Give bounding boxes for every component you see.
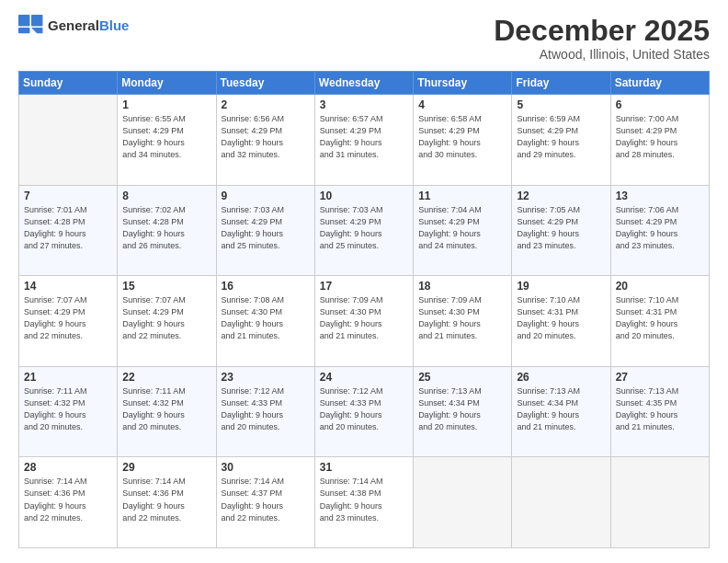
- day-detail-line: and 25 minutes.: [320, 240, 408, 252]
- day-detail-line: and 21 minutes.: [418, 330, 506, 342]
- day-number: 19: [517, 280, 605, 293]
- day-number: 3: [320, 98, 408, 111]
- day-of-week-header: Wednesday: [314, 72, 413, 95]
- day-detail-line: and 20 minutes.: [616, 330, 704, 342]
- day-of-week-header: Thursday: [414, 72, 512, 95]
- day-detail-line: Daylight: 9 hours: [222, 500, 310, 512]
- day-info: Sunrise: 6:55 AMSunset: 4:29 PMDaylight:…: [122, 113, 210, 161]
- day-number: 13: [616, 190, 704, 202]
- day-detail-line: Daylight: 9 hours: [222, 228, 310, 240]
- day-detail-line: Daylight: 9 hours: [418, 318, 506, 330]
- day-info: Sunrise: 7:03 AMSunset: 4:29 PMDaylight:…: [222, 204, 310, 252]
- day-detail-line: Daylight: 9 hours: [616, 228, 704, 240]
- day-detail-line: Daylight: 9 hours: [222, 409, 310, 421]
- day-detail-line: Daylight: 9 hours: [320, 318, 408, 330]
- day-detail-line: Sunset: 4:28 PM: [122, 216, 210, 228]
- day-detail-line: and 25 minutes.: [222, 240, 310, 252]
- day-number: 28: [24, 461, 112, 474]
- day-detail-line: Sunset: 4:29 PM: [418, 125, 506, 137]
- day-detail-line: Daylight: 9 hours: [24, 228, 112, 240]
- page: GeneralBlue December 2025 Atwood, Illino…: [0, 0, 728, 563]
- day-detail-line: and 21 minutes.: [222, 330, 310, 342]
- day-detail-line: Sunrise: 7:13 AM: [418, 385, 506, 397]
- logo-text: GeneralBlue: [48, 17, 129, 33]
- svg-rect-2: [18, 28, 29, 33]
- day-number: 17: [320, 280, 408, 293]
- day-of-week-header: Monday: [118, 72, 216, 95]
- day-detail-line: Sunset: 4:33 PM: [320, 397, 408, 409]
- day-info: Sunrise: 7:07 AMSunset: 4:29 PMDaylight:…: [122, 294, 210, 342]
- day-info: Sunrise: 7:10 AMSunset: 4:31 PMDaylight:…: [517, 294, 605, 342]
- day-info: Sunrise: 6:59 AMSunset: 4:29 PMDaylight:…: [517, 113, 605, 161]
- day-detail-line: Sunset: 4:31 PM: [616, 306, 704, 318]
- calendar-day-cell: 15Sunrise: 7:07 AMSunset: 4:29 PMDayligh…: [118, 276, 216, 367]
- day-detail-line: Sunset: 4:30 PM: [320, 306, 408, 318]
- day-detail-line: Sunset: 4:35 PM: [616, 397, 704, 409]
- day-info: Sunrise: 7:12 AMSunset: 4:33 PMDaylight:…: [320, 385, 408, 433]
- day-number: 11: [418, 190, 506, 202]
- day-detail-line: Sunset: 4:29 PM: [122, 125, 210, 137]
- day-number: 15: [122, 280, 210, 293]
- day-detail-line: Sunrise: 7:10 AM: [616, 294, 704, 306]
- day-info: Sunrise: 7:09 AMSunset: 4:30 PMDaylight:…: [320, 294, 408, 342]
- day-info: Sunrise: 7:13 AMSunset: 4:34 PMDaylight:…: [517, 385, 605, 433]
- day-info: Sunrise: 7:14 AMSunset: 4:37 PMDaylight:…: [222, 476, 310, 523]
- day-info: Sunrise: 7:05 AMSunset: 4:29 PMDaylight:…: [517, 204, 605, 252]
- calendar-day-cell: 26Sunrise: 7:13 AMSunset: 4:34 PMDayligh…: [512, 366, 610, 457]
- day-detail-line: and 27 minutes.: [24, 240, 112, 252]
- day-detail-line: and 26 minutes.: [122, 240, 210, 252]
- day-detail-line: Sunrise: 7:11 AM: [122, 385, 210, 397]
- day-detail-line: Sunrise: 7:00 AM: [616, 113, 704, 125]
- day-number: 10: [320, 190, 408, 202]
- day-detail-line: Sunrise: 7:07 AM: [122, 294, 210, 306]
- day-detail-line: Sunset: 4:29 PM: [222, 125, 310, 137]
- day-detail-line: and 24 minutes.: [418, 240, 506, 252]
- day-detail-line: and 22 minutes.: [122, 512, 210, 524]
- day-detail-line: Sunrise: 7:12 AM: [222, 385, 310, 397]
- calendar-week-row: 14Sunrise: 7:07 AMSunset: 4:29 PMDayligh…: [19, 276, 710, 367]
- calendar-day-cell: 31Sunrise: 7:14 AMSunset: 4:38 PMDayligh…: [314, 457, 413, 548]
- day-detail-line: Daylight: 9 hours: [122, 500, 210, 512]
- calendar-day-cell: 10Sunrise: 7:03 AMSunset: 4:29 PMDayligh…: [314, 185, 413, 276]
- day-detail-line: Sunrise: 6:56 AM: [222, 113, 310, 125]
- calendar-day-cell: 9Sunrise: 7:03 AMSunset: 4:29 PMDaylight…: [216, 185, 314, 276]
- calendar-day-cell: 5Sunrise: 6:59 AMSunset: 4:29 PMDaylight…: [512, 95, 610, 186]
- day-detail-line: and 29 minutes.: [517, 149, 605, 161]
- day-detail-line: Daylight: 9 hours: [616, 318, 704, 330]
- day-detail-line: Sunrise: 7:03 AM: [320, 204, 408, 216]
- day-detail-line: and 21 minutes.: [517, 421, 605, 433]
- day-detail-line: Sunset: 4:32 PM: [24, 397, 112, 409]
- day-detail-line: Daylight: 9 hours: [517, 409, 605, 421]
- logo: GeneralBlue: [18, 15, 129, 35]
- day-detail-line: Daylight: 9 hours: [222, 137, 310, 149]
- day-detail-line: Daylight: 9 hours: [122, 318, 210, 330]
- day-detail-line: Sunrise: 7:07 AM: [24, 294, 112, 306]
- day-detail-line: Sunrise: 7:14 AM: [122, 476, 210, 488]
- calendar-day-cell: 27Sunrise: 7:13 AMSunset: 4:35 PMDayligh…: [610, 366, 709, 457]
- calendar-day-cell: [512, 457, 610, 548]
- calendar-day-cell: 30Sunrise: 7:14 AMSunset: 4:37 PMDayligh…: [216, 457, 314, 548]
- day-detail-line: Daylight: 9 hours: [517, 137, 605, 149]
- day-number: 6: [616, 98, 704, 111]
- day-detail-line: Sunset: 4:28 PM: [24, 216, 112, 228]
- day-detail-line: and 20 minutes.: [517, 330, 605, 342]
- day-detail-line: Sunset: 4:29 PM: [222, 216, 310, 228]
- day-info: Sunrise: 7:00 AMSunset: 4:29 PMDaylight:…: [616, 113, 704, 161]
- day-detail-line: Sunrise: 7:02 AM: [122, 204, 210, 216]
- day-detail-line: and 23 minutes.: [517, 240, 605, 252]
- day-info: Sunrise: 7:14 AMSunset: 4:36 PMDaylight:…: [122, 476, 210, 523]
- day-detail-line: Daylight: 9 hours: [24, 409, 112, 421]
- calendar-day-cell: 28Sunrise: 7:14 AMSunset: 4:36 PMDayligh…: [19, 457, 118, 548]
- logo-general: General: [48, 17, 99, 33]
- day-detail-line: and 28 minutes.: [616, 149, 704, 161]
- day-number: 24: [320, 371, 408, 384]
- day-detail-line: Sunset: 4:38 PM: [320, 488, 408, 500]
- day-of-week-header: Tuesday: [216, 72, 314, 95]
- calendar-day-cell: [610, 457, 709, 548]
- calendar-day-cell: 11Sunrise: 7:04 AMSunset: 4:29 PMDayligh…: [414, 185, 512, 276]
- day-detail-line: Sunrise: 6:58 AM: [418, 113, 506, 125]
- day-number: 27: [616, 371, 704, 384]
- calendar-day-cell: 29Sunrise: 7:14 AMSunset: 4:36 PMDayligh…: [118, 457, 216, 548]
- day-detail-line: Sunset: 4:36 PM: [122, 488, 210, 500]
- day-info: Sunrise: 7:09 AMSunset: 4:30 PMDaylight:…: [418, 294, 506, 342]
